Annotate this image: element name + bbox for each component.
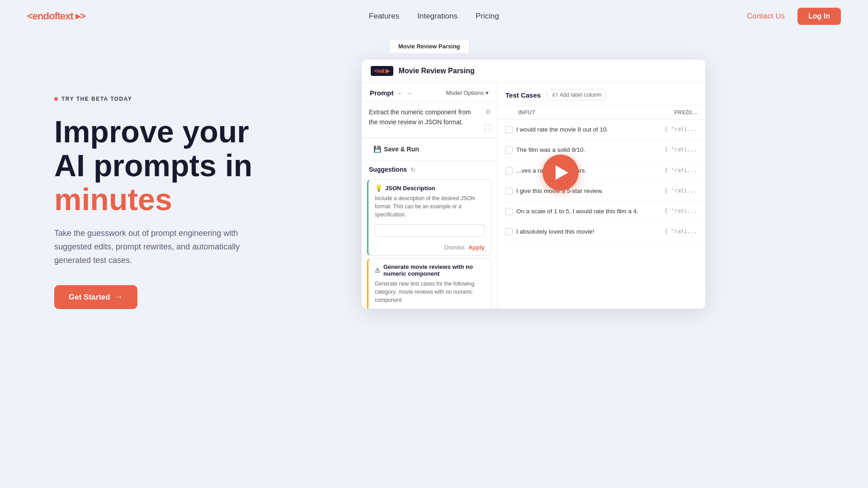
expand-icon[interactable]: ⛶ [484, 124, 491, 131]
app-header: <eat ▶ Movie Review Parsing [362, 60, 705, 83]
hero-description: Take the guesswork out of prompt enginee… [54, 227, 271, 267]
row-prediction: { "rati... [643, 166, 697, 174]
table-row[interactable]: On a scale of 1 to 5, I would rate this … [497, 202, 705, 222]
get-started-label: Get Started [69, 293, 110, 302]
chevron-down-icon: ▾ [486, 89, 489, 96]
nav-integrations[interactable]: Integrations [417, 12, 458, 21]
contact-link[interactable]: Contact Us [747, 12, 785, 21]
table-row[interactable]: I would rate the movie 8 out of 10. { "r… [497, 120, 705, 140]
suggestions-header: Suggestions ↻ [362, 160, 497, 177]
row-input-text: The film was a solid 9/10. [516, 145, 639, 155]
play-button[interactable] [542, 155, 579, 191]
login-button[interactable]: Log In [797, 8, 841, 25]
play-icon [556, 165, 568, 180]
row-input-text: I absolutely loved this movie! [516, 227, 639, 236]
add-label-text: Add label column [560, 92, 601, 98]
row-checkbox[interactable] [505, 228, 513, 235]
app-tab[interactable]: Movie Review Parsing [389, 39, 470, 53]
beta-badge: TRY THE BETA TODAY [54, 96, 326, 102]
row-input-text: On a scale of 1 to 5, I would rate this … [516, 207, 639, 216]
row-checkbox[interactable] [505, 146, 513, 154]
arrow-icon: → [115, 292, 123, 302]
model-options-button[interactable]: Model Options ▾ [446, 89, 489, 96]
suggestion-1-icon: 💡 [375, 184, 382, 192]
beta-label: TRY THE BETA TODAY [61, 96, 132, 102]
col-input-header: Input [518, 109, 643, 116]
prompt-text: Extract the numeric component from the m… [369, 107, 490, 127]
table-row[interactable]: ...ves a rating of 7.5 stars. { "rati... [497, 161, 705, 181]
col-checkbox [505, 109, 518, 116]
app-body: Prompt ← → Model Options ▾ Extract th [362, 83, 705, 309]
suggestions-section: Suggestions ↻ 💡 JSON Description Include… [362, 160, 497, 309]
suggestion-1-dismiss[interactable]: Dismiss [444, 244, 465, 251]
suggestion-2-desc: Generate new test cases for the followin… [368, 280, 491, 308]
row-prediction: { "rati... [643, 207, 697, 214]
suggestion-card-2: ⚠ Generate movie reviews with no numeric… [367, 258, 491, 309]
suggestions-title: Suggestions [369, 166, 407, 173]
hero-title-highlight: minutes [54, 182, 172, 216]
test-cases-panel: Test Cases 🏷 Add label column Input Pred… [497, 83, 705, 309]
table-row[interactable]: I absolutely loved this movie! { "rati..… [497, 222, 705, 242]
suggestion-card-1: 💡 JSON Description Include a description… [367, 179, 491, 256]
table-row[interactable]: The film was a solid 9/10. { "rati... [497, 140, 705, 160]
row-prediction: { "rati... [643, 227, 697, 235]
model-options-label: Model Options [446, 89, 484, 96]
label-icon: 🏷 [552, 92, 557, 98]
suggestion-1-apply[interactable]: Apply [468, 244, 485, 251]
suggestion-1-desc: Include a description of the desired JSO… [368, 194, 491, 222]
test-cases-header: Test Cases 🏷 Add label column [497, 83, 705, 106]
suggestion-1-input[interactable] [375, 224, 485, 237]
row-prediction: { "rati... [643, 187, 697, 194]
logo-text: <endoftext ▸> [27, 10, 85, 22]
app-window: <eat ▶ Movie Review Parsing Prompt ← → [362, 60, 705, 309]
suggestion-1-name: JSON Description [385, 185, 435, 192]
logo[interactable]: <endoftext ▸> [27, 10, 85, 22]
suggestion-2-header: ⚠ Generate movie reviews with no numeric… [368, 259, 491, 280]
hero-title: Improve your AI prompts in minutes [54, 115, 326, 216]
row-checkbox[interactable] [505, 126, 513, 133]
save-run-button[interactable]: 💾 Save & Run [369, 143, 424, 155]
row-checkbox[interactable] [505, 167, 513, 174]
col-prediction-header: Predi... [643, 109, 697, 116]
nav-pricing[interactable]: Pricing [476, 12, 499, 21]
suggestion-1-actions: Dismiss Apply [368, 241, 491, 255]
suggestion-2-name: Generate movie reviews with no numeric c… [383, 263, 485, 277]
prompt-title: Prompt [370, 89, 394, 97]
footer-space [0, 326, 868, 453]
prompt-panel: Prompt ← → Model Options ▾ Extract th [362, 83, 497, 309]
prompt-nav-arrows: ← → [397, 89, 413, 97]
hero-content: TRY THE BETA TODAY Improve your AI promp… [54, 60, 326, 309]
row-checkbox[interactable] [505, 208, 513, 215]
row-checkbox[interactable] [505, 188, 513, 195]
table-row[interactable]: I give this movie a 5-star review. { "ra… [497, 181, 705, 202]
hero-title-line1: Improve your [54, 114, 249, 149]
save-run-row: 💾 Save & Run [362, 138, 497, 160]
prompt-nav-back[interactable]: ← [397, 89, 404, 97]
hero-section: TRY THE BETA TODAY Improve your AI promp… [0, 33, 868, 326]
save-run-label: Save & Run [384, 145, 419, 153]
prompt-text-container[interactable]: Extract the numeric component from the m… [362, 102, 497, 138]
video-overlay [542, 155, 579, 191]
navbar: <endoftext ▸> Features Integrations Pric… [0, 0, 868, 33]
beta-dot [54, 97, 58, 101]
test-cases-columns: Input Predi... [497, 106, 705, 120]
app-tab-bar: Movie Review Parsing [389, 39, 470, 53]
prompt-nav-fwd[interactable]: → [406, 89, 413, 97]
app-logo-small: <eat ▶ [371, 66, 393, 76]
suggestion-1-header: 💡 JSON Description [368, 180, 491, 194]
suggestion-2-actions: Dismiss Apply [368, 308, 491, 309]
prompt-header: Prompt ← → Model Options ▾ [362, 83, 497, 102]
test-cases-rows: I would rate the movie 8 out of 10. { "r… [497, 120, 705, 309]
nav-right: Contact Us Log In [747, 8, 841, 25]
copy-icon[interactable]: ⧉ [486, 108, 491, 116]
save-icon: 💾 [373, 145, 381, 153]
row-prediction: { "rati... [643, 125, 697, 132]
nav-links: Features Integrations Pricing [369, 12, 499, 21]
add-label-button[interactable]: 🏷 Add label column [547, 89, 606, 101]
suggestion-2-icon: ⚠ [375, 267, 381, 274]
get-started-button[interactable]: Get Started → [54, 285, 137, 309]
test-cases-title: Test Cases [505, 91, 541, 99]
refresh-icon[interactable]: ↻ [410, 166, 415, 173]
nav-features[interactable]: Features [369, 12, 399, 21]
hero-title-line2: AI prompts in [54, 148, 252, 183]
